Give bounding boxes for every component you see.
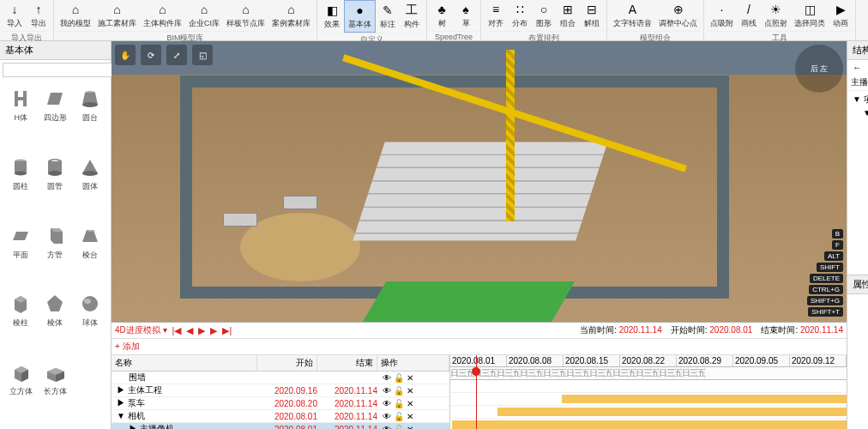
delete-icon[interactable]: ✕ bbox=[407, 412, 413, 421]
ribbon-我的模型-button[interactable]: ⌂我的模型 bbox=[57, 0, 94, 31]
visibility-icon[interactable]: 👁 bbox=[383, 412, 391, 421]
ribbon-效果-button[interactable]: ◧效果 bbox=[320, 0, 344, 33]
ribbon-导入-button[interactable]: ↓导入 bbox=[3, 0, 27, 31]
ribbon-标注-button[interactable]: ✎标注 bbox=[376, 0, 400, 33]
shape-棱柱[interactable]: 棱柱 bbox=[5, 290, 36, 355]
timeline-row[interactable]: ▶ 主体工程2020.09.162020.11.14👁🔓✕ bbox=[112, 384, 449, 397]
shape-棱体[interactable]: 棱体 bbox=[39, 290, 70, 355]
visibility-icon[interactable]: 👁 bbox=[383, 373, 391, 383]
shape-方管[interactable]: 方管 bbox=[39, 222, 70, 287]
gantt-bar[interactable] bbox=[452, 420, 847, 429]
playhead[interactable] bbox=[476, 355, 477, 429]
shape-球体[interactable]: 球体 bbox=[75, 290, 105, 355]
back-icon[interactable]: ← bbox=[850, 63, 864, 72]
next-icon[interactable]: ▶ bbox=[210, 325, 217, 336]
zoom-icon[interactable]: ⤢ bbox=[166, 45, 187, 65]
gantt-row[interactable] bbox=[450, 393, 847, 406]
gantt-row[interactable] bbox=[450, 419, 847, 429]
ribbon-基本体-button[interactable]: ●基本体 bbox=[344, 0, 376, 33]
play-icon[interactable]: ▶ bbox=[198, 325, 205, 336]
delete-icon[interactable]: ✕ bbox=[407, 386, 413, 396]
ribbon-主体构件库-button[interactable]: ⌂主体构件库 bbox=[140, 0, 185, 31]
ribbon-点吸附-button[interactable]: ·点吸附 bbox=[707, 0, 737, 31]
delete-icon[interactable]: ✕ bbox=[407, 399, 413, 408]
forward-icon[interactable]: → bbox=[864, 63, 868, 72]
ribbon-选择同类-button[interactable]: ◫选择同类 bbox=[791, 0, 829, 31]
ribbon-树-button[interactable]: ♣树 bbox=[430, 0, 454, 31]
tree-item[interactable]: ▶ 结构基础 bbox=[849, 120, 868, 134]
ribbon-草-button[interactable]: ♠草 bbox=[454, 0, 478, 31]
delete-icon[interactable]: ✕ bbox=[407, 425, 413, 430]
ribbon-分布-button[interactable]: ∷分布 bbox=[508, 0, 532, 31]
visibility-icon[interactable]: 👁 bbox=[383, 386, 391, 396]
ribbon-企业CI库-button[interactable]: ⌂企业CI库 bbox=[185, 0, 223, 31]
tree-item[interactable]: ▶ 楼梯 bbox=[849, 175, 868, 189]
compass-icon[interactable]: 后 左 bbox=[795, 45, 843, 93]
tree-item[interactable]: ▼ 地形 bbox=[849, 202, 868, 216]
tree-item[interactable]: ▼ 项目 1 bbox=[849, 93, 868, 106]
gantt-bar[interactable] bbox=[562, 395, 847, 403]
shape-立方体[interactable]: 立方体 bbox=[5, 359, 36, 424]
tree-item[interactable]: 子面域 1 bbox=[849, 257, 868, 271]
timeline-row[interactable]: ▶ 主播像机2020.08.012020.11.14👁🔓✕ bbox=[112, 423, 449, 429]
gantt-row[interactable] bbox=[450, 406, 847, 419]
lock-icon[interactable]: 🔓 bbox=[394, 399, 404, 408]
ribbon-图形-button[interactable]: ○图形 bbox=[532, 0, 556, 31]
prev-icon[interactable]: ◀ bbox=[186, 325, 193, 336]
visibility-icon[interactable]: 👁 bbox=[383, 399, 391, 408]
orbit-icon[interactable]: ⟳ bbox=[141, 45, 161, 65]
ribbon-导出-button[interactable]: ↑导出 bbox=[27, 0, 51, 31]
shape-长方体[interactable]: 长方体 bbox=[39, 359, 70, 424]
ribbon-文字转语音-button[interactable]: A文字转语音 bbox=[610, 0, 655, 31]
lock-icon[interactable]: 🔓 bbox=[394, 412, 404, 421]
ribbon-组合-button[interactable]: ⊞组合 bbox=[556, 0, 580, 31]
tree-item[interactable]: 表面 1 bbox=[849, 230, 868, 244]
shape-圆柱[interactable]: 圆柱 bbox=[5, 154, 36, 219]
last-icon[interactable]: ▶| bbox=[222, 325, 232, 336]
first-icon[interactable]: |◀ bbox=[172, 325, 182, 336]
view-icon[interactable]: ◱ bbox=[192, 45, 213, 65]
tree-item[interactable]: ▶ 结构柱 bbox=[849, 134, 868, 148]
shape-圆体[interactable]: 圆体 bbox=[75, 154, 105, 219]
timeline-row[interactable]: ▼ 相机2020.08.012020.11.14👁🔓✕ bbox=[112, 410, 449, 423]
timeline-add-button[interactable]: + 添加 bbox=[112, 339, 847, 355]
ribbon-画线-button[interactable]: /画线 bbox=[737, 0, 761, 31]
lock-icon[interactable]: 🔓 bbox=[394, 386, 404, 396]
ribbon-施工素材库-button[interactable]: ⌂施工素材库 bbox=[94, 0, 140, 31]
ribbon-调整中心点-button[interactable]: ⊕调整中心点 bbox=[655, 0, 701, 31]
ribbon-样板节点库-button[interactable]: ⌂样板节点库 bbox=[223, 0, 268, 31]
lock-icon[interactable]: 🔓 bbox=[394, 373, 404, 383]
shape-圆台[interactable]: 圆台 bbox=[75, 85, 105, 150]
ribbon-动画-button[interactable]: ▶动画 bbox=[829, 0, 853, 31]
tree-item[interactable]: ▶ 楼板 bbox=[849, 161, 868, 175]
shape-四边形[interactable]: 四边形 bbox=[39, 85, 70, 150]
shape-棱台[interactable]: 棱台 bbox=[75, 222, 105, 287]
shape-H体[interactable]: H体 bbox=[5, 85, 36, 150]
task-name: ▶ 主播像机 bbox=[112, 423, 257, 429]
lock-icon[interactable]: 🔓 bbox=[394, 425, 404, 430]
timeline-gantt[interactable]: 2020.08.012020.08.082020.08.152020.08.22… bbox=[450, 355, 847, 429]
playhead-knob-icon[interactable] bbox=[472, 367, 480, 376]
search-input[interactable] bbox=[3, 63, 117, 77]
ribbon-案例素材库-button[interactable]: ⌂案例素材库 bbox=[268, 0, 314, 31]
ribbon-解组-button[interactable]: ⊟解组 bbox=[580, 0, 604, 31]
gantt-row[interactable] bbox=[450, 380, 847, 393]
tree-item[interactable]: ▼ 项目1.rvt bbox=[849, 106, 868, 120]
ribbon-对齐-button[interactable]: ≡对齐 bbox=[484, 0, 508, 31]
tree-item[interactable]: ▶ 平台 bbox=[849, 189, 868, 202]
tree-item[interactable]: 子面域 bbox=[849, 244, 868, 257]
timeline-row[interactable]: ▶ 泵车2020.08.202020.11.14👁🔓✕ bbox=[112, 397, 449, 410]
ribbon-构件-button[interactable]: 工构件 bbox=[400, 0, 424, 33]
viewport-3d[interactable]: ✋ ⟳ ⤢ ◱ 后 左 BFALTSHIFTDELETECTRL+GSHIFT+… bbox=[112, 41, 847, 322]
ribbon-点照射-button[interactable]: ☀点照射 bbox=[761, 0, 791, 31]
shape-平面[interactable]: 平面 bbox=[5, 222, 36, 287]
tree-item[interactable]: ▶ 结构框架 bbox=[849, 148, 868, 161]
visibility-icon[interactable]: 👁 bbox=[383, 425, 391, 430]
tree-item[interactable]: 表面 bbox=[849, 216, 868, 230]
shape-圆管[interactable]: 圆管 bbox=[39, 154, 70, 219]
timeline-row[interactable]: 围墙👁🔓✕ bbox=[112, 372, 449, 384]
gantt-bar[interactable] bbox=[497, 408, 847, 416]
delete-icon[interactable]: ✕ bbox=[407, 373, 413, 383]
pan-icon[interactable]: ✋ bbox=[115, 45, 136, 65]
timeline-title[interactable]: 4D进度模拟 ▾ bbox=[115, 324, 167, 336]
